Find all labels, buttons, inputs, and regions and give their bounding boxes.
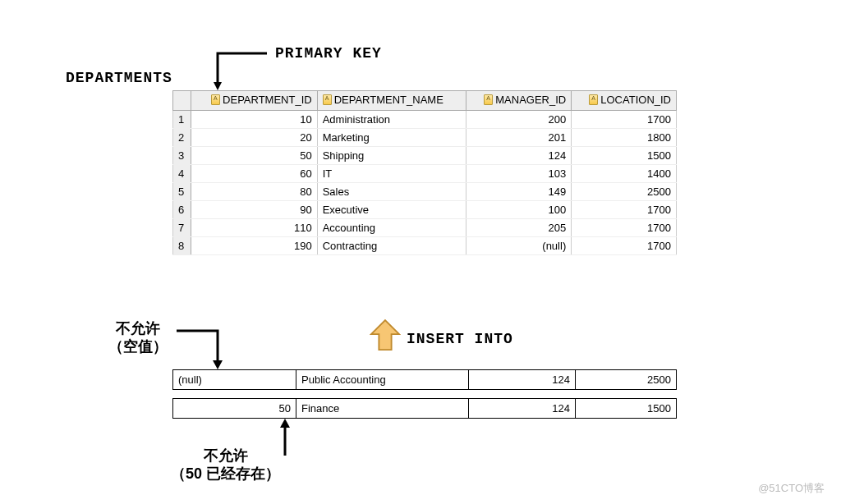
rownum-cell: 1 bbox=[173, 111, 191, 129]
not-allowed-null-line2: （空值） bbox=[108, 338, 168, 355]
rownum-cell: 7 bbox=[173, 219, 191, 237]
arrow-primary-key bbox=[214, 49, 271, 94]
insert-into-label: INSERT INTO bbox=[407, 331, 513, 347]
cell-mgr: 124 bbox=[469, 399, 576, 418]
not-allowed-dup-label: 不允许 （50 已经存在） bbox=[171, 447, 280, 483]
primary-key-label: PRIMARY KEY bbox=[275, 45, 382, 62]
cell-manager-id: 124 bbox=[466, 147, 572, 165]
svg-marker-1 bbox=[213, 360, 223, 369]
cell-department-id: 20 bbox=[191, 129, 318, 147]
cell-location-id: 1800 bbox=[572, 129, 677, 147]
col-label-location-id: LOCATION_ID bbox=[600, 94, 671, 106]
cell-department-id: 90 bbox=[191, 201, 318, 219]
arrow-null-violation bbox=[177, 324, 234, 373]
cell-department-name: Shipping bbox=[317, 147, 466, 165]
cell-department-name: Marketing bbox=[317, 129, 466, 147]
cell-mgr: 124 bbox=[469, 370, 576, 389]
insert-row-dup: 50 Finance 124 1500 bbox=[172, 398, 677, 419]
column-icon bbox=[589, 94, 598, 105]
cell-department-name: Administration bbox=[317, 111, 466, 129]
cell-department-name: Sales bbox=[317, 183, 466, 201]
rownum-cell: 4 bbox=[173, 165, 191, 183]
table-name-label: DEPARTMENTS bbox=[66, 70, 172, 86]
col-manager-id: MANAGER_ID bbox=[466, 91, 572, 111]
cell-department-id: 10 bbox=[191, 111, 318, 129]
not-allowed-dup-line1: 不允许 bbox=[204, 447, 248, 464]
col-department-name: DEPARTMENT_NAME bbox=[317, 91, 466, 111]
departments-table: DEPARTMENT_ID DEPARTMENT_NAME MANAGER_ID… bbox=[172, 90, 677, 255]
cell-location-id: 1500 bbox=[572, 147, 677, 165]
table-row: 460IT1031400 bbox=[173, 165, 677, 183]
cell-department-name: IT bbox=[317, 165, 466, 183]
rownum-header bbox=[173, 91, 191, 111]
cell-id: (null) bbox=[173, 370, 296, 389]
rownum-cell: 3 bbox=[173, 147, 191, 165]
cell-loc: 2500 bbox=[576, 370, 676, 389]
cell-manager-id: 100 bbox=[466, 201, 572, 219]
table-row: 8190Contracting(null)1700 bbox=[173, 237, 677, 255]
rownum-cell: 6 bbox=[173, 201, 191, 219]
cell-location-id: 2500 bbox=[572, 183, 677, 201]
rownum-cell: 5 bbox=[173, 183, 191, 201]
cell-manager-id: 149 bbox=[466, 183, 572, 201]
cell-manager-id: 200 bbox=[466, 111, 572, 129]
cell-location-id: 1700 bbox=[572, 111, 677, 129]
cell-location-id: 1700 bbox=[572, 219, 677, 237]
cell-department-id: 60 bbox=[191, 165, 318, 183]
insert-row-null: (null) Public Accounting 124 2500 bbox=[172, 369, 677, 390]
rownum-cell: 2 bbox=[173, 129, 191, 147]
table-row: 350Shipping1241500 bbox=[173, 147, 677, 165]
cell-name: Finance bbox=[296, 399, 469, 418]
column-icon bbox=[211, 94, 220, 105]
svg-marker-2 bbox=[280, 419, 290, 428]
not-allowed-null-label: 不允许 （空值） bbox=[108, 320, 168, 355]
table-row: 690Executive1001700 bbox=[173, 201, 677, 219]
cell-department-id: 80 bbox=[191, 183, 318, 201]
svg-marker-0 bbox=[214, 82, 222, 90]
cell-manager-id: 103 bbox=[466, 165, 572, 183]
cell-manager-id: 205 bbox=[466, 219, 572, 237]
table-row: 220Marketing2011800 bbox=[173, 129, 677, 147]
table-row: 580Sales1492500 bbox=[173, 183, 677, 201]
table-header-row: DEPARTMENT_ID DEPARTMENT_NAME MANAGER_ID… bbox=[173, 91, 677, 111]
cell-location-id: 1700 bbox=[572, 237, 677, 255]
cell-location-id: 1400 bbox=[572, 165, 677, 183]
cell-department-name: Accounting bbox=[317, 219, 466, 237]
cell-manager-id: (null) bbox=[466, 237, 572, 255]
col-label-department-id: DEPARTMENT_ID bbox=[223, 94, 312, 106]
cell-department-id: 110 bbox=[191, 219, 318, 237]
table-row: 110Administration2001700 bbox=[173, 111, 677, 129]
column-icon bbox=[484, 94, 493, 105]
col-location-id: LOCATION_ID bbox=[572, 91, 677, 111]
table-row: 7110Accounting2051700 bbox=[173, 219, 677, 237]
col-label-department-name: DEPARTMENT_NAME bbox=[334, 94, 443, 106]
column-icon bbox=[323, 94, 332, 105]
col-label-manager-id: MANAGER_ID bbox=[495, 94, 566, 106]
cell-department-name: Executive bbox=[317, 201, 466, 219]
cell-department-id: 50 bbox=[191, 147, 318, 165]
cell-location-id: 1700 bbox=[572, 201, 677, 219]
not-allowed-dup-line2: （50 已经存在） bbox=[171, 465, 280, 482]
cell-loc: 1500 bbox=[576, 399, 676, 418]
arrow-duplicate-violation bbox=[275, 419, 300, 460]
col-department-id: DEPARTMENT_ID bbox=[191, 91, 318, 111]
cell-id: 50 bbox=[173, 399, 296, 418]
cell-manager-id: 201 bbox=[466, 129, 572, 147]
rownum-cell: 8 bbox=[173, 237, 191, 255]
cell-department-id: 190 bbox=[191, 237, 318, 255]
not-allowed-null-line1: 不允许 bbox=[116, 320, 160, 337]
cell-name: Public Accounting bbox=[296, 370, 469, 389]
insert-into-arrow-icon bbox=[370, 318, 401, 355]
svg-marker-3 bbox=[371, 320, 399, 350]
watermark: @51CTO博客 bbox=[758, 481, 825, 496]
cell-department-name: Contracting bbox=[317, 237, 466, 255]
